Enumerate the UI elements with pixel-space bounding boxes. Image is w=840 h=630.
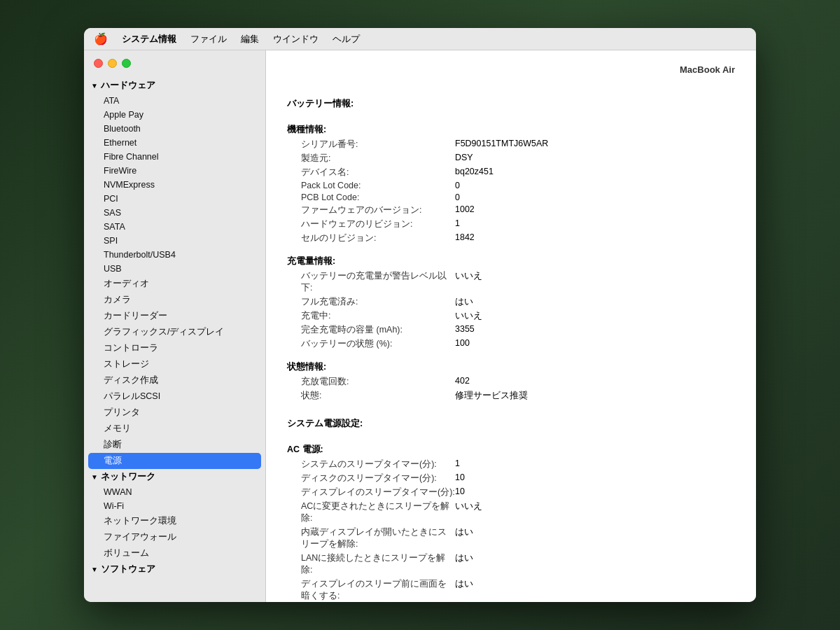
sidebar-item-controller[interactable]: コントローラ — [84, 340, 265, 356]
disk-sleep-value: 10 — [455, 472, 735, 484]
sidebar-item-sas[interactable]: SAS — [84, 206, 265, 220]
power-settings-title: システム電源設定: — [287, 417, 735, 430]
sidebar-item-memory[interactable]: メモリ — [84, 421, 265, 437]
sidebar-item-apple-pay[interactable]: Apple Pay — [84, 108, 265, 122]
pcb-lot-label: PCB Lot Code: — [301, 192, 455, 202]
lan-sleep-value: はい — [455, 552, 735, 576]
ac-power-title: AC 電源: — [287, 444, 735, 456]
full-cap-value: 3355 — [455, 324, 735, 336]
charge-info-table: バッテリーの充電量が警告レベル以下: いいえ フル充電済み: はい 充電中: い… — [301, 270, 735, 350]
sys-sleep-label: システムのスリープタイマー(分): — [301, 458, 455, 470]
cell-rev-value: 1842 — [455, 232, 735, 244]
sidebar-item-thunderbolt[interactable]: Thunderbolt/USB4 — [84, 248, 265, 262]
hardware-label: ハードウェア — [101, 80, 155, 92]
main-content: MacBook Air バッテリー情報: 機種情報: シリアル番号: F5D90… — [266, 50, 756, 602]
sidebar-item-firewall[interactable]: ファイアウォール — [84, 529, 265, 545]
dark-display-label: ディスプレイのスリープ前に画面を暗くする: — [301, 578, 455, 602]
minimize-button[interactable] — [108, 59, 117, 68]
firmware-value: 1002 — [455, 204, 735, 216]
device-value: bq20z451 — [455, 167, 735, 178]
pack-lot-value: 0 — [455, 181, 735, 190]
sidebar-item-graphics[interactable]: グラフィックス/ディスプレイ — [84, 324, 265, 340]
ac-sleep-value: いいえ — [455, 500, 735, 524]
full-charge-value: はい — [455, 296, 735, 308]
sidebar-item-ethernet[interactable]: Ethernet — [84, 136, 265, 150]
sidebar-item-parallel-scsi[interactable]: パラレルSCSI — [84, 388, 265, 405]
sidebar-item-ata[interactable]: ATA — [84, 94, 265, 108]
sidebar-item-usb[interactable]: USB — [84, 262, 265, 276]
cell-rev-label: セルのリビジョン: — [301, 232, 455, 244]
sidebar-item-firewire[interactable]: FireWire — [84, 164, 265, 178]
charging-label: 充電中: — [301, 310, 455, 322]
cycle-label: 充放電回数: — [301, 376, 455, 388]
condition-value: 修理サービス推奨 — [455, 390, 735, 402]
pcb-lot-value: 0 — [455, 192, 735, 202]
full-cap-label: 完全充電時の容量 (mAh): — [301, 324, 455, 336]
sidebar: ▼ ハードウェア ATA Apple Pay Bluetooth Etherne… — [84, 50, 266, 602]
sidebar-item-disk-creation[interactable]: ディスク作成 — [84, 372, 265, 388]
menu-system-info[interactable]: システム情報 — [122, 33, 176, 46]
condition-label: 状態: — [301, 390, 455, 402]
sidebar-item-audio[interactable]: オーディオ — [84, 276, 265, 292]
sidebar-item-nvmexpress[interactable]: NVMExpress — [84, 178, 265, 192]
battery-health-value: 100 — [455, 338, 735, 350]
sidebar-item-volume[interactable]: ボリューム — [84, 545, 265, 561]
display-sleep-label: ディスプレイのスリープタイマー(分): — [301, 486, 455, 498]
device-label: デバイス名: — [301, 167, 455, 178]
chevron-right-icon-software: ▼ — [91, 566, 98, 573]
warning-value: いいえ — [455, 270, 735, 294]
status-section-title: 状態情報: — [287, 361, 735, 373]
menu-help[interactable]: ヘルプ — [332, 33, 360, 46]
menu-edit[interactable]: 編集 — [241, 33, 259, 46]
battery-health-label: バッテリーの状態 (%): — [301, 338, 455, 350]
sidebar-item-fibre-channel[interactable]: Fibre Channel — [84, 150, 265, 164]
sidebar-item-network-env[interactable]: ネットワーク環境 — [84, 513, 265, 529]
display-sleep-value: 10 — [455, 486, 735, 498]
sidebar-item-printer[interactable]: プリンタ — [84, 405, 265, 421]
dark-display-value: はい — [455, 578, 735, 602]
window-title: MacBook Air — [287, 64, 735, 75]
ac-power-table: システムのスリープタイマー(分): 1 ディスクのスリープタイマー(分): 10… — [301, 458, 735, 602]
system-info-window: 🍎 システム情報 ファイル 編集 ウインドウ ヘルプ ▼ ハードウェア ATA … — [84, 28, 756, 602]
sys-sleep-value: 1 — [455, 458, 735, 470]
full-charge-label: フル充電済み: — [301, 296, 455, 308]
sidebar-item-bluetooth[interactable]: Bluetooth — [84, 122, 265, 136]
sidebar-item-diagnostics[interactable]: 診断 — [84, 437, 265, 453]
chevron-down-icon-network: ▼ — [91, 473, 98, 481]
hardware-rev-value: 1 — [455, 218, 735, 230]
sidebar-item-pci[interactable]: PCI — [84, 192, 265, 206]
charging-value: いいえ — [455, 310, 735, 322]
apple-menu[interactable]: 🍎 — [94, 32, 108, 46]
sidebar-content: ▼ ハードウェア ATA Apple Pay Bluetooth Etherne… — [84, 75, 265, 602]
display-open-value: はい — [455, 526, 735, 550]
sidebar-item-power[interactable]: 電源 — [88, 453, 261, 469]
battery-section-title: バッテリー情報: — [287, 97, 735, 110]
software-section-header[interactable]: ▼ ソフトウェア — [84, 561, 265, 578]
software-label: ソフトウェア — [101, 564, 155, 575]
sidebar-item-wwan[interactable]: WWAN — [84, 485, 265, 499]
network-section-header[interactable]: ▼ ネットワーク — [84, 469, 265, 485]
chevron-down-icon: ▼ — [91, 82, 98, 90]
menu-bar: 🍎 システム情報 ファイル 編集 ウインドウ ヘルプ — [84, 28, 756, 50]
network-label: ネットワーク — [101, 471, 155, 483]
serial-value: F5D90151TMTJ6W5AR — [455, 139, 735, 150]
warning-label: バッテリーの充電量が警告レベル以下: — [301, 270, 455, 294]
sidebar-item-card-reader[interactable]: カードリーダー — [84, 308, 265, 324]
display-open-label: 内蔵ディスプレイが開いたときにスリープを解除: — [301, 526, 455, 550]
serial-label: シリアル番号: — [301, 139, 455, 150]
firmware-label: ファームウェアのバージョン: — [301, 204, 455, 216]
menu-file[interactable]: ファイル — [190, 33, 227, 46]
close-button[interactable] — [94, 59, 103, 68]
manufacturer-value: DSY — [455, 153, 735, 164]
hardware-section-header[interactable]: ▼ ハードウェア — [84, 78, 265, 94]
sidebar-item-sata[interactable]: SATA — [84, 220, 265, 234]
zoom-button[interactable] — [122, 59, 131, 68]
machine-info-table: シリアル番号: F5D90151TMTJ6W5AR 製造元: DSY デバイス名… — [301, 139, 735, 244]
sidebar-item-camera[interactable]: カメラ — [84, 292, 265, 308]
menu-window[interactable]: ウインドウ — [273, 33, 318, 46]
sidebar-item-spi[interactable]: SPI — [84, 234, 265, 248]
disk-sleep-label: ディスクのスリープタイマー(分): — [301, 472, 455, 484]
ac-sleep-label: ACに変更されたときにスリープを解除: — [301, 500, 455, 524]
sidebar-item-storage[interactable]: ストレージ — [84, 356, 265, 372]
sidebar-item-wifi[interactable]: Wi-Fi — [84, 499, 265, 513]
